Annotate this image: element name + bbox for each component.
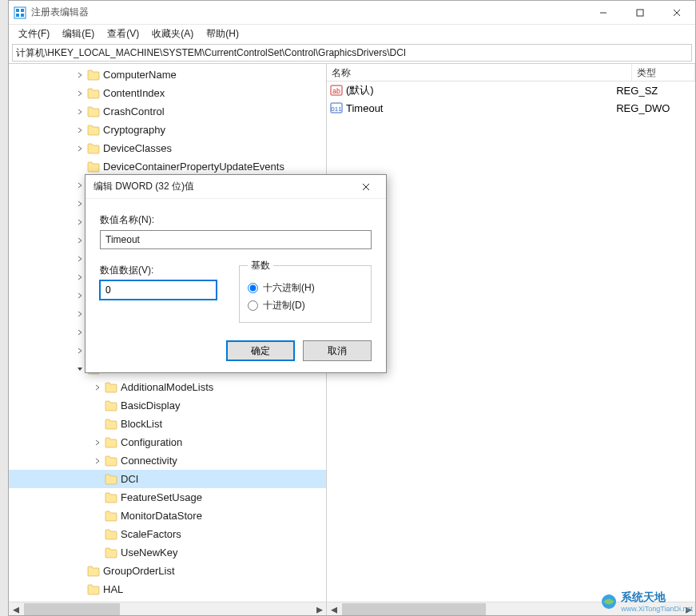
chevron-right-icon[interactable]	[74, 235, 86, 246]
tree-item[interactable]: ScaleFactors	[9, 525, 326, 543]
tree-item[interactable]: CrashControl	[9, 102, 326, 121]
tree-h-scrollbar[interactable]: ◂ ▸	[9, 602, 326, 615]
value-name-field[interactable]	[100, 230, 372, 249]
address-bar[interactable]: 计算机\HKEY_LOCAL_MACHINE\SYSTEM\CurrentCon…	[12, 44, 692, 62]
chevron-right-icon[interactable]	[74, 198, 86, 209]
tree-item[interactable]: DeviceContainerPropertyUpdateEvents	[9, 157, 326, 176]
chevron-right-icon[interactable]	[92, 492, 103, 503]
tree-item-label: ScaleFactors	[121, 528, 181, 540]
value-name: (默认)	[346, 83, 374, 97]
chevron-right-icon[interactable]	[74, 345, 86, 356]
chevron-right-icon[interactable]	[92, 529, 103, 540]
tree-item-label: BasicDisplay	[121, 399, 180, 411]
tree-item[interactable]: Configuration	[9, 433, 326, 451]
menu-edit[interactable]: 编辑(E)	[56, 26, 101, 42]
chevron-right-icon[interactable]	[74, 106, 86, 117]
tree-item[interactable]: DCI	[9, 470, 326, 488]
radix-hex-option[interactable]: 十六进制(H)	[248, 279, 363, 296]
col-type[interactable]: 类型	[632, 64, 695, 81]
chevron-right-icon[interactable]	[74, 161, 86, 173]
value-data-field[interactable]	[100, 280, 217, 300]
scroll-thumb[interactable]	[342, 603, 486, 615]
tree-item[interactable]: GroupOrderList	[9, 562, 326, 580]
menu-favorites[interactable]: 收藏夹(A)	[145, 26, 200, 42]
ok-button[interactable]: 确定	[226, 340, 295, 361]
svg-text:ab: ab	[332, 87, 340, 95]
chevron-right-icon[interactable]	[74, 566, 86, 577]
tree-item[interactable]: BlockList	[9, 415, 326, 433]
value-type: REG_SZ	[616, 85, 692, 97]
chevron-right-icon[interactable]	[74, 272, 86, 283]
menu-view[interactable]: 查看(V)	[101, 26, 145, 42]
chevron-right-icon[interactable]	[92, 419, 103, 430]
titlebar[interactable]: 注册表编辑器	[9, 1, 695, 25]
chevron-down-icon[interactable]	[74, 364, 86, 375]
chevron-right-icon[interactable]	[92, 547, 103, 558]
list-header: 名称 类型	[327, 64, 695, 81]
tree-item[interactable]: ComputerName	[9, 66, 326, 84]
radix-dec-option[interactable]: 十进制(D)	[248, 296, 363, 314]
watermark-sub: www.XiTongTianDi.net	[621, 605, 693, 613]
scroll-left-icon[interactable]: ◂	[327, 602, 340, 616]
menu-file[interactable]: 文件(F)	[12, 26, 56, 42]
chevron-right-icon[interactable]	[74, 180, 86, 191]
chevron-right-icon[interactable]	[92, 382, 103, 393]
chevron-right-icon[interactable]	[74, 143, 86, 154]
tree-item[interactable]: MonitorDataStore	[9, 507, 326, 525]
tree-item[interactable]: ContentIndex	[9, 84, 326, 102]
tree-item[interactable]: UseNewKey	[9, 543, 326, 562]
watermark: 系统天地 www.XiTongTianDi.net	[600, 590, 693, 613]
dialog-close-button[interactable]	[354, 175, 378, 199]
chevron-right-icon[interactable]	[74, 253, 86, 264]
scroll-right-icon[interactable]: ▸	[312, 602, 326, 616]
svg-rect-2	[21, 9, 24, 12]
address-text: 计算机\HKEY_LOCAL_MACHINE\SYSTEM\CurrentCon…	[16, 46, 406, 60]
dialog-actions: 确定 取消	[86, 332, 386, 372]
chevron-right-icon[interactable]	[74, 125, 86, 136]
tree-item-label: Cryptography	[103, 124, 165, 136]
tree-item[interactable]: Cryptography	[9, 121, 326, 139]
chevron-right-icon[interactable]	[74, 88, 86, 99]
value-name: Timeout	[346, 102, 383, 114]
tree-item-label: GroupOrderList	[103, 565, 175, 577]
list-row[interactable]: 011TimeoutREG_DWO	[327, 99, 695, 117]
chevron-right-icon[interactable]	[92, 437, 103, 448]
chevron-right-icon[interactable]	[92, 400, 103, 411]
tree-item[interactable]: Connectivity	[9, 451, 326, 470]
tree-item-label: UseNewKey	[121, 546, 178, 558]
tree-item[interactable]: DeviceClasses	[9, 139, 326, 157]
chevron-right-icon[interactable]	[92, 474, 103, 485]
tree-item[interactable]: BasicDisplay	[9, 396, 326, 415]
scroll-left-icon[interactable]: ◂	[9, 602, 22, 616]
chevron-right-icon[interactable]	[74, 290, 86, 301]
chevron-right-icon[interactable]	[74, 308, 86, 320]
tree-item-label: DeviceContainerPropertyUpdateEvents	[103, 161, 284, 173]
radix-hex-radio[interactable]	[248, 283, 258, 293]
tree-item-label: MonitorDataStore	[121, 510, 202, 522]
radix-dec-radio[interactable]	[248, 300, 258, 311]
chevron-right-icon[interactable]	[92, 455, 103, 467]
dialog-title: 编辑 DWORD (32 位)值	[93, 180, 194, 193]
app-title: 注册表编辑器	[31, 6, 585, 19]
tree-item-label: CrashControl	[103, 105, 165, 117]
chevron-right-icon[interactable]	[74, 584, 86, 595]
tree-item[interactable]: HAL	[9, 580, 326, 598]
tree-item[interactable]: AdditionalModeLists	[9, 378, 326, 396]
value-data-label: 数值数据(V):	[100, 264, 217, 277]
menu-help[interactable]: 帮助(H)	[200, 26, 245, 42]
col-name[interactable]: 名称	[327, 64, 632, 81]
scroll-thumb[interactable]	[24, 603, 120, 615]
chevron-right-icon[interactable]	[74, 327, 86, 338]
maximize-button[interactable]	[622, 1, 658, 25]
cancel-button[interactable]: 取消	[303, 340, 372, 361]
close-button[interactable]	[658, 1, 695, 25]
minimize-button[interactable]	[585, 1, 622, 25]
list-row[interactable]: ab(默认)REG_SZ	[327, 81, 695, 99]
tree-item[interactable]: FeatureSetUsage	[9, 488, 326, 507]
value-name-label: 数值名称(N):	[100, 213, 372, 227]
chevron-right-icon[interactable]	[92, 511, 103, 522]
chevron-right-icon[interactable]	[74, 70, 86, 81]
dialog-titlebar[interactable]: 编辑 DWORD (32 位)值	[86, 175, 386, 199]
chevron-right-icon[interactable]	[74, 217, 86, 228]
cell-name: 011Timeout	[330, 101, 616, 114]
